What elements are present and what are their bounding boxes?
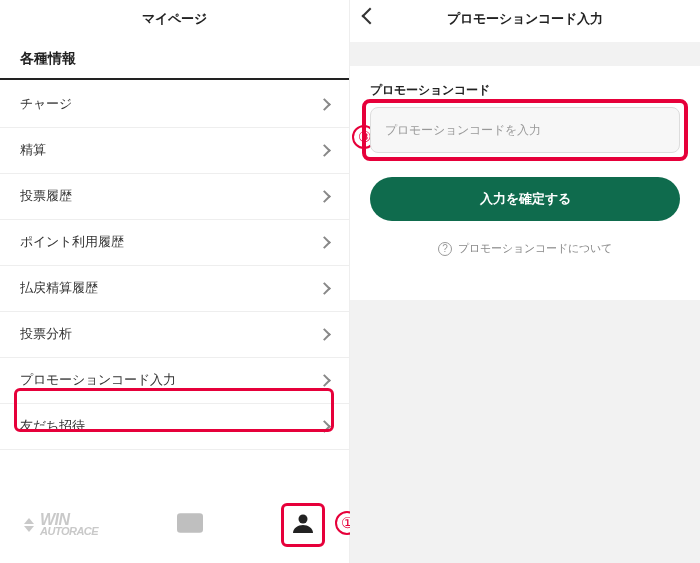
list-item-label: ポイント利用履歴	[20, 234, 124, 251]
list-item-charge[interactable]: チャージ	[0, 82, 349, 128]
mypage-pane: マイページ 各種情報 チャージ 精算 投票履歴 ポイント利用履歴 払戻精算履歴 …	[0, 0, 350, 563]
chevron-right-icon	[318, 420, 331, 433]
bottom-tab-bar: WIN AUTORACE	[0, 499, 349, 551]
logo-text: WIN AUTORACE	[40, 513, 98, 537]
page-title-left: マイページ	[142, 10, 207, 28]
list-item-vote-analysis[interactable]: 投票分析	[0, 312, 349, 358]
list-item-settlement[interactable]: 精算	[0, 128, 349, 174]
person-icon[interactable]	[291, 511, 315, 539]
list-item-label: 友だち招待	[20, 418, 85, 435]
chevron-right-icon	[318, 282, 331, 295]
promo-help-link[interactable]: ? プロモーションコードについて	[350, 241, 700, 256]
chevron-right-icon	[318, 98, 331, 111]
list-item-refund-history[interactable]: 払戻精算履歴	[0, 266, 349, 312]
left-header: マイページ	[0, 0, 349, 38]
section-title: 各種情報	[0, 38, 349, 80]
chevron-right-icon	[318, 328, 331, 341]
list-item-label: 投票分析	[20, 326, 72, 343]
chevron-right-icon	[318, 190, 331, 203]
promo-field-label: プロモーションコード	[370, 82, 680, 99]
chevron-right-icon	[318, 236, 331, 249]
confirm-button-label: 入力を確定する	[480, 190, 571, 208]
promo-input-wrap	[370, 107, 680, 153]
chevron-right-icon	[318, 374, 331, 387]
list-item-invite-friends[interactable]: 友だち招待	[0, 404, 349, 450]
page-title-right: プロモーションコード入力	[447, 10, 603, 28]
list-item-promo-code[interactable]: プロモーションコード入力	[0, 358, 349, 404]
list-item-label: 払戻精算履歴	[20, 280, 98, 297]
promo-code-pane: プロモーションコード入力 プロモーションコード 入力を確定する ? プロモーショ…	[350, 0, 700, 563]
list-item-label: チャージ	[20, 96, 72, 113]
promo-help-label: プロモーションコードについて	[458, 241, 612, 256]
right-header: プロモーションコード入力	[350, 0, 700, 38]
settings-list: チャージ 精算 投票履歴 ポイント利用履歴 払戻精算履歴 投票分析 プロモーショ…	[0, 82, 349, 450]
back-button[interactable]	[362, 8, 379, 25]
list-item-label: 投票履歴	[20, 188, 72, 205]
separator-band	[350, 42, 700, 66]
list-item-point-history[interactable]: ポイント利用履歴	[0, 220, 349, 266]
confirm-button[interactable]: 入力を確定する	[370, 177, 680, 221]
sort-icon	[24, 518, 34, 532]
account-tab-highlight	[281, 503, 325, 547]
help-icon: ?	[438, 242, 452, 256]
list-item-label: 精算	[20, 142, 46, 159]
list-item-vote-history[interactable]: 投票履歴	[0, 174, 349, 220]
bottom-gray-area	[350, 300, 700, 563]
promo-code-input[interactable]	[370, 107, 680, 153]
svg-point-0	[298, 515, 307, 524]
list-item-label: プロモーションコード入力	[20, 372, 176, 389]
chevron-right-icon	[318, 144, 331, 157]
mail-icon[interactable]	[177, 513, 203, 537]
promo-field-area: プロモーションコード	[350, 66, 700, 153]
logo-winautorace[interactable]: WIN AUTORACE	[24, 513, 98, 537]
